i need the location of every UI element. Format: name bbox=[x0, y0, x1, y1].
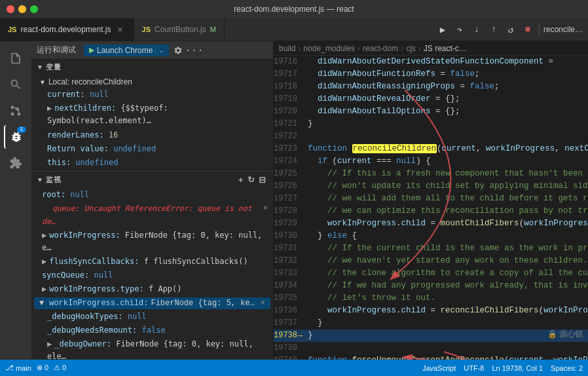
line-content-19737: } bbox=[305, 317, 588, 329]
tab-label-react-dom: react-dom.development.js bbox=[20, 25, 111, 34]
launch-chrome-button[interactable]: ▶ Launch Chrome ⌄ bbox=[84, 45, 169, 56]
code-line-19732: 19732 // we haven't yet started any work… bbox=[274, 255, 588, 267]
activity-extensions[interactable] bbox=[4, 151, 28, 175]
traffic-lights bbox=[7, 5, 38, 13]
var-nextchildren[interactable]: ▶nextChildren: {$$typeof: Symbol(react.e… bbox=[31, 102, 273, 128]
code-line-19729: 19729 workInProgress.child = mountChildF… bbox=[274, 217, 588, 230]
status-warnings[interactable]: ⚠ 0 bbox=[54, 364, 66, 372]
step-over-button[interactable]: ↷ bbox=[452, 22, 467, 37]
chevron-icon: ▼ bbox=[37, 64, 43, 71]
var-value-this: undefined bbox=[75, 158, 118, 167]
status-language[interactable]: JavaScript bbox=[422, 364, 456, 372]
code-line-19716: 19716 didWarnAboutGetDerivedStateOnFunct… bbox=[274, 56, 588, 68]
watch-debugowner[interactable]: ▶_debugOwner: FiberNode {tag: 0, key: nu… bbox=[31, 337, 273, 360]
code-lines-container[interactable]: 19716 didWarnAboutGetDerivedStateOnFunct… bbox=[274, 56, 588, 360]
close-watch-icon[interactable]: × bbox=[263, 202, 268, 214]
code-line-19727: 19727 // we will add them all to the chi… bbox=[274, 193, 588, 205]
line-num-19734: 19734 bbox=[274, 280, 305, 292]
watermark-text: 🔒 源心锁 bbox=[547, 329, 583, 339]
step-out-button[interactable]: ↑ bbox=[487, 22, 501, 37]
line-num-19719: 19719 bbox=[274, 93, 305, 105]
activity-debug[interactable]: 1 bbox=[4, 125, 28, 149]
svg-point-0 bbox=[18, 113, 21, 116]
var-this[interactable]: this: undefined bbox=[31, 156, 273, 170]
tab-react-dom[interactable]: JS react-dom.development.js × bbox=[0, 18, 134, 41]
watch-queue[interactable]: queue: Uncaught ReferenceError: queue is… bbox=[31, 202, 273, 228]
watch-debugneeds[interactable]: _debugNeedsRemount: false bbox=[31, 324, 273, 337]
refresh-watch-icon[interactable]: ↻ bbox=[246, 174, 257, 185]
line-content-19716: didWarnAboutGetDerivedStateOnFunctionCom… bbox=[305, 56, 588, 68]
minimize-button[interactable] bbox=[18, 5, 26, 13]
line-content-19738: } bbox=[305, 329, 588, 342]
expand-icon-wc: ▼ bbox=[39, 299, 44, 308]
bc-file: JS react-c… bbox=[424, 44, 467, 53]
add-watch-icon[interactable]: + bbox=[237, 174, 245, 185]
continue-button[interactable]: ▶ bbox=[435, 22, 450, 37]
variables-section-header[interactable]: ▼ 变量 bbox=[31, 60, 273, 75]
collapse-watch-icon[interactable]: ⊟ bbox=[257, 174, 268, 185]
status-spaces[interactable]: Spaces: 2 bbox=[551, 364, 583, 372]
gear-icon[interactable] bbox=[172, 44, 185, 57]
watch-flushsync[interactable]: ▶flushSyncCallbacks: f flushSyncCallback… bbox=[31, 255, 273, 269]
activity-git[interactable] bbox=[4, 99, 28, 122]
activity-search[interactable] bbox=[4, 73, 28, 96]
tab-label-countbutton: CountButton.js bbox=[155, 25, 206, 34]
close-highlighted-icon[interactable]: × bbox=[261, 299, 265, 308]
tab-close-react-dom[interactable]: × bbox=[115, 24, 126, 35]
debug-controls-bar: ▶ ↷ ↓ ↑ ↺ ■ reconcile… bbox=[435, 18, 588, 41]
var-returnvalue[interactable]: Return value: undefined bbox=[31, 142, 273, 156]
watch-debughook[interactable]: _debugHookTypes: null bbox=[31, 310, 273, 324]
line-num-19732: 19732 bbox=[274, 255, 305, 267]
restart-button[interactable]: ↺ bbox=[504, 22, 518, 37]
more-options-icon[interactable]: ··· bbox=[187, 44, 200, 57]
status-branch[interactable]: ⎇ main bbox=[5, 364, 31, 372]
local-scope-header[interactable]: ▼ Local: reconcileChildren bbox=[31, 76, 273, 88]
watch-name-wpchild: workInProgress.child: bbox=[49, 299, 148, 308]
language-name: JavaScript bbox=[422, 364, 456, 372]
close-button[interactable] bbox=[7, 5, 14, 13]
watch-value-flushsync: f flushSyncCallbacks() bbox=[144, 257, 248, 266]
watch-name-root: root: bbox=[42, 190, 70, 199]
activity-bar: 1 bbox=[0, 41, 31, 360]
line-num-19731: 19731 bbox=[274, 242, 305, 255]
js-icon: JS bbox=[8, 26, 16, 33]
encoding-value: UTF-8 bbox=[464, 364, 484, 372]
watch-header[interactable]: ▼ 监视 + ↻ ⊟ bbox=[31, 172, 273, 188]
status-encoding[interactable]: UTF-8 bbox=[464, 364, 484, 372]
var-name-current: current: bbox=[47, 90, 90, 99]
reconcile-label: reconcile… bbox=[543, 25, 583, 34]
watch-error-queue: queue: Uncaught ReferenceError: queue is… bbox=[42, 203, 252, 226]
line-content-19721: } bbox=[305, 118, 588, 130]
separator bbox=[539, 24, 540, 35]
watch-wptype[interactable]: ▶workInProgress.type: f App() bbox=[31, 282, 273, 296]
debug-label: 运行和调试 bbox=[37, 45, 76, 56]
status-line-col[interactable]: Ln 19738, Col 1 bbox=[492, 364, 543, 372]
code-line-19738: 19738 → } bbox=[274, 329, 588, 342]
var-current[interactable]: current: null bbox=[31, 88, 273, 102]
debug-sidebar: 运行和调试 ▶ Launch Chrome ⌄ ··· ▼ 变量 bbox=[31, 41, 274, 360]
watch-syncqueue[interactable]: syncQueue: null bbox=[31, 269, 273, 282]
tab-countbutton[interactable]: JS CountButton.js M bbox=[134, 18, 225, 41]
code-line-19736: 19736 workInProgress.child = reconcileCh… bbox=[274, 305, 588, 317]
line-num-19724: 19724 bbox=[274, 155, 305, 168]
stop-button[interactable]: ■ bbox=[521, 22, 535, 37]
line-num-19729: 19729 bbox=[274, 217, 305, 230]
watch-workinprogress[interactable]: ▶workInProgress: FiberNode {tag: 0, key:… bbox=[31, 229, 273, 255]
variables-label: 变量 bbox=[46, 62, 61, 72]
line-content-19739 bbox=[305, 342, 588, 354]
maximize-button[interactable] bbox=[30, 5, 38, 13]
activity-explorer[interactable] bbox=[4, 47, 28, 70]
launch-label: Launch Chrome bbox=[97, 46, 153, 55]
modified-badge: M bbox=[210, 26, 216, 33]
line-num-19739: 19739 bbox=[274, 342, 305, 354]
watch-root[interactable]: root: null bbox=[31, 188, 273, 202]
breadcrumb: build › node_modules › react-dom › cjs ›… bbox=[274, 41, 588, 56]
line-content-19733: // the clone algorithm to create a copy … bbox=[305, 267, 588, 280]
line-content-19736: workInProgress.child = reconcileChildFib… bbox=[305, 305, 588, 317]
status-errors[interactable]: ⊗ 0 bbox=[37, 364, 48, 372]
step-into-button[interactable]: ↓ bbox=[469, 22, 484, 37]
watch-wpchild-highlighted[interactable]: ▼ workInProgress.child: FiberNode {tag: … bbox=[34, 297, 270, 309]
watch-name-debughook: _debugHookTypes: bbox=[47, 312, 128, 321]
var-renderlanes[interactable]: renderLanes: 16 bbox=[31, 128, 273, 142]
chevron-down-icon[interactable]: ⌄ bbox=[155, 47, 164, 54]
